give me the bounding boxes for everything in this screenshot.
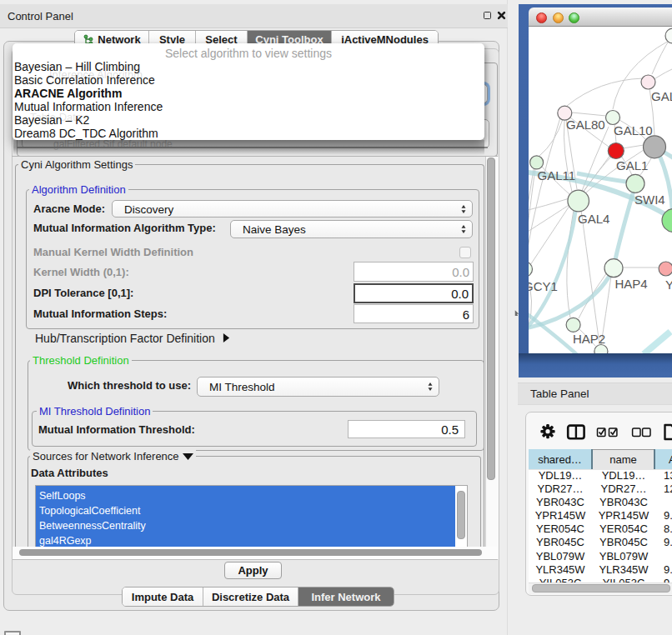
svg-text:HAP2: HAP2 [573,332,605,346]
svg-text:Y: Y [665,278,672,292]
svg-text:GAL1: GAL1 [616,158,648,172]
svg-text:GAL80: GAL80 [566,118,605,132]
svg-text:HAP4: HAP4 [614,277,647,291]
svg-text:GAL11: GAL11 [538,168,576,182]
svg-text:GAL2: GAL2 [651,89,672,103]
svg-text:SWI4: SWI4 [634,192,665,207]
svg-text:GCY1: GCY1 [529,279,558,293]
svg-text:GAL4: GAL4 [578,212,609,226]
svg-text:GAL10: GAL10 [614,123,653,138]
